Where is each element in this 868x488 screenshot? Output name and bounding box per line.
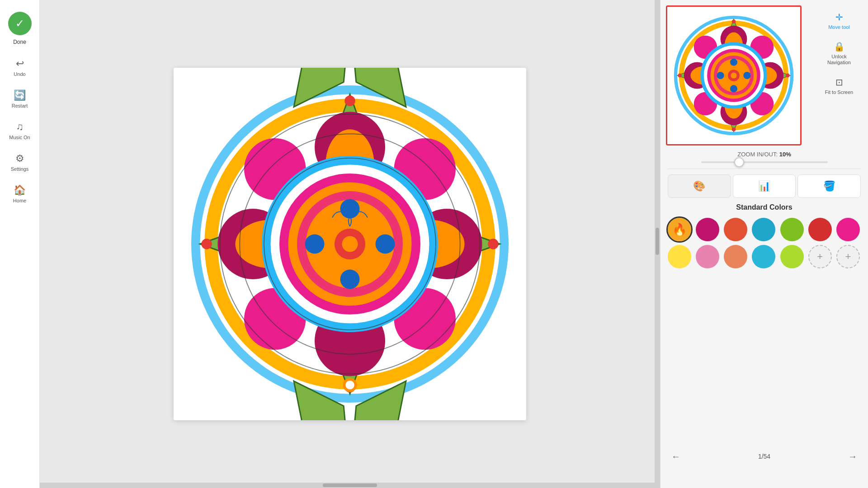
bucket-icon: 🪣 — [823, 180, 835, 192]
svg-point-37 — [342, 236, 358, 252]
svg-point-84 — [786, 74, 790, 78]
zoom-value: 10% — [779, 151, 791, 158]
home-button[interactable]: 🏠 Home — [4, 180, 36, 208]
fit-screen-button[interactable]: ⊡ Fit to Screen — [821, 74, 857, 98]
gradient-icon: 📊 — [758, 180, 770, 192]
svg-point-38 — [344, 95, 355, 106]
svg-point-81 — [732, 19, 736, 23]
prev-page-button[interactable]: ← — [668, 448, 684, 465]
add-color-button[interactable]: + — [808, 245, 832, 268]
settings-button[interactable]: ⚙ Settings — [4, 148, 36, 176]
move-tool-label: Move tool — [828, 24, 850, 30]
page-info: 1/54 — [758, 453, 770, 460]
home-label: Home — [13, 198, 26, 203]
svg-point-40 — [201, 239, 212, 249]
music-button[interactable]: ♫ Music On — [4, 117, 36, 145]
lock-icon: 🔒 — [834, 41, 845, 52]
zoom-label: ZOOM IN/OUT: 10% — [668, 151, 861, 158]
done-button[interactable]: ✓ Done — [4, 7, 36, 50]
svg-point-34 — [376, 235, 395, 254]
fit-screen-label: Fit to Screen — [825, 89, 853, 95]
color-wheel-icon: 🎨 — [693, 180, 705, 192]
svg-point-80 — [731, 72, 736, 78]
zoom-slider[interactable] — [701, 161, 828, 163]
restart-icon: 🔄 — [14, 89, 26, 101]
color-swatch-yellow[interactable] — [668, 245, 691, 268]
vertical-scrollbar[interactable] — [655, 0, 660, 483]
gradient-tab[interactable]: 📊 — [733, 174, 796, 198]
horizontal-scrollbar[interactable] — [40, 483, 660, 488]
svg-point-74 — [730, 59, 737, 66]
done-label: Done — [13, 39, 26, 45]
bucket-tab[interactable]: 🪣 — [797, 174, 861, 198]
zoom-thumb[interactable] — [734, 157, 744, 167]
canvas-container[interactable] — [40, 0, 660, 488]
svg-point-41 — [488, 239, 498, 249]
svg-point-46 — [345, 380, 354, 389]
fit-icon: ⊡ — [835, 77, 843, 88]
color-swatch-salmon[interactable] — [724, 245, 747, 268]
music-label: Music On — [9, 135, 30, 140]
color-swatch-red[interactable] — [808, 218, 832, 241]
color-section: 🎨 📊 🪣 Standard Colors 🔥 ++ — [660, 169, 868, 445]
color-tabs: 🎨 📊 🪣 — [668, 174, 861, 198]
horizontal-scroll-thumb[interactable] — [323, 483, 377, 487]
settings-label: Settings — [11, 166, 29, 172]
zoom-section: ZOOM IN/OUT: 10% — [660, 145, 868, 169]
svg-point-82 — [732, 127, 736, 131]
sidebar: ✓ Done ↩ Undo 🔄 Restart ♫ Music On ⚙ Set… — [0, 0, 40, 488]
svg-point-83 — [678, 74, 682, 78]
color-swatch-light-pink[interactable] — [696, 245, 719, 268]
pagination: ← 1/54 → — [660, 445, 868, 468]
color-section-title: Standard Colors — [668, 203, 861, 211]
undo-icon: ↩ — [16, 58, 24, 70]
home-icon: 🏠 — [14, 184, 26, 196]
color-swatch-lime-green[interactable] — [780, 218, 804, 241]
next-page-button[interactable]: → — [844, 448, 861, 465]
right-panel: ✛ Move tool 🔒 Unlock Navigation ⊡ Fit to… — [660, 0, 868, 488]
preview-image — [666, 5, 802, 145]
color-swatch-hot-pink[interactable] — [836, 218, 860, 241]
color-swatch-orange-red[interactable] — [724, 218, 747, 241]
restart-label: Restart — [12, 103, 28, 108]
done-check-circle[interactable]: ✓ — [8, 12, 32, 35]
zoom-slider-row — [668, 161, 861, 163]
color-grid-row1: 🔥 — [668, 218, 861, 241]
svg-point-31 — [340, 199, 360, 219]
main-area — [40, 0, 660, 488]
move-tool-icon: ✛ — [835, 12, 843, 23]
add-color-button[interactable]: + — [836, 245, 860, 268]
svg-point-76 — [717, 72, 724, 79]
settings-icon: ⚙ — [15, 153, 24, 164]
color-grid-row2: ++ — [668, 245, 861, 268]
color-swatch-fire-orange[interactable]: 🔥 — [668, 218, 691, 241]
svg-point-32 — [340, 270, 360, 289]
svg-point-77 — [743, 72, 750, 79]
mandala-image — [174, 68, 526, 420]
color-swatch-yellow-green[interactable] — [780, 245, 804, 268]
undo-label: Undo — [14, 71, 25, 77]
color-wheel-tab[interactable]: 🎨 — [668, 174, 731, 198]
move-tool-button[interactable]: ✛ Move tool — [821, 9, 857, 33]
checkmark-icon: ✓ — [15, 17, 24, 30]
music-icon: ♫ — [16, 121, 24, 133]
color-swatch-sky-blue[interactable] — [752, 218, 775, 241]
restart-button[interactable]: 🔄 Restart — [4, 85, 36, 113]
color-swatch-magenta[interactable] — [696, 218, 719, 241]
unlock-nav-button[interactable]: 🔒 Unlock Navigation — [821, 38, 857, 68]
vertical-scroll-thumb[interactable] — [656, 228, 659, 255]
svg-point-33 — [305, 235, 325, 254]
preview-mandala-svg — [667, 7, 800, 144]
right-tools: ✛ Move tool 🔒 Unlock Navigation ⊡ Fit to… — [816, 5, 863, 145]
svg-point-75 — [730, 85, 737, 92]
undo-button[interactable]: ↩ Undo — [4, 53, 36, 81]
unlock-nav-label: Unlock Navigation — [824, 54, 854, 66]
drawing-canvas[interactable] — [174, 68, 526, 420]
color-swatch-cyan[interactable] — [752, 245, 775, 268]
